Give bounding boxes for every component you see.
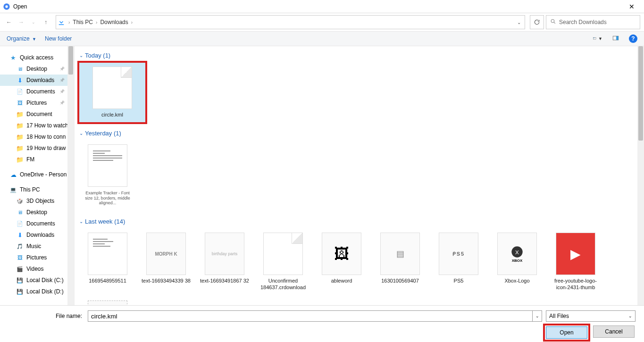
sidebar-scrollbar[interactable] bbox=[67, 46, 74, 305]
window-title: Open bbox=[13, 3, 622, 10]
document-icon bbox=[16, 88, 24, 95]
file-item[interactable]: Example Tracker - Font size 12, borders,… bbox=[79, 141, 136, 210]
sidebar-disk-d[interactable]: Local Disk (D:) bbox=[0, 286, 67, 297]
search-placeholder: Search Downloads bbox=[559, 19, 607, 25]
view-menu[interactable]: ▼ bbox=[593, 34, 602, 43]
file-thumb-icon: ▶ bbox=[556, 233, 595, 275]
filename-input[interactable] bbox=[88, 310, 533, 322]
sidebar-disk-c[interactable]: Local Disk (C:) bbox=[0, 275, 67, 286]
filename-dropdown[interactable]: ⌄ bbox=[533, 310, 542, 322]
recent-dropdown[interactable]: ⌄ bbox=[28, 17, 39, 27]
file-name: 1630100569407 bbox=[374, 278, 427, 284]
file-item[interactable]: 📱 png-transparent-me-phone-icon-phone-ic… bbox=[79, 297, 136, 305]
chevron-right-icon: › bbox=[68, 20, 70, 25]
sidebar: Quick access Desktop Downloads Documents… bbox=[0, 46, 67, 305]
file-item[interactable]: MORPH K text-16693494339 38 bbox=[138, 229, 194, 295]
sidebar-pc-documents[interactable]: Documents bbox=[0, 218, 67, 229]
music-icon bbox=[16, 242, 24, 250]
desktop-icon bbox=[16, 65, 24, 73]
forward-button[interactable]: → bbox=[16, 17, 26, 27]
organize-menu[interactable]: Organize ▼ bbox=[7, 35, 36, 42]
close-button[interactable]: ✕ bbox=[622, 0, 641, 13]
chevron-right-icon: › bbox=[96, 20, 97, 25]
group-yesterday[interactable]: ⌄Yesterday (1) bbox=[79, 128, 633, 139]
folder-icon bbox=[16, 144, 24, 152]
sidebar-pc-desktop[interactable]: Desktop bbox=[0, 207, 67, 218]
sidebar-3dobjects[interactable]: 3D Objects bbox=[0, 195, 67, 207]
svg-line-4 bbox=[554, 22, 555, 24]
file-item[interactable]: circle.kml bbox=[79, 63, 145, 122]
video-icon bbox=[16, 265, 24, 273]
sidebar-pc-music[interactable]: Music bbox=[0, 241, 67, 252]
up-button[interactable]: ↑ bbox=[41, 17, 51, 27]
file-name: text-16693491867 32 bbox=[198, 278, 251, 284]
sidebar-thispc[interactable]: This PC bbox=[0, 184, 67, 195]
svg-rect-2 bbox=[59, 25, 64, 25]
sidebar-downloads[interactable]: Downloads bbox=[0, 75, 67, 86]
file-thumb-icon: ᑭS5 bbox=[439, 233, 478, 275]
svg-rect-8 bbox=[616, 36, 619, 40]
sidebar-onedrive[interactable]: OneDrive - Person bbox=[0, 169, 67, 180]
cancel-button[interactable]: Cancel bbox=[593, 325, 635, 338]
file-name: Xbox-Logo bbox=[491, 278, 544, 284]
group-lastweek[interactable]: ⌄Last week (14) bbox=[79, 216, 633, 227]
file-item[interactable]: birthday parts text-16693491867 32 bbox=[196, 229, 253, 295]
filetype-select[interactable]: All Files⌄ bbox=[546, 310, 636, 322]
file-thumb-icon: 📱 bbox=[88, 300, 127, 305]
sidebar-quickaccess[interactable]: Quick access bbox=[0, 52, 67, 63]
open-button[interactable]: Open bbox=[546, 326, 587, 339]
file-thumb-icon: MORPH K bbox=[146, 233, 186, 275]
preview-pane-button[interactable] bbox=[611, 34, 620, 43]
address-bar[interactable]: › This PC › Downloads › ⌄ bbox=[56, 15, 525, 29]
document-icon bbox=[16, 220, 24, 227]
file-name: ableword bbox=[315, 278, 368, 284]
file-item[interactable]: X XBOX Xbox-Logo bbox=[489, 229, 545, 295]
file-item[interactable]: 1669548959511 bbox=[79, 229, 136, 295]
download-icon bbox=[16, 231, 24, 239]
bottom-panel: File name: ⌄ All Files⌄ Open Cancel bbox=[0, 305, 644, 342]
sidebar-pc-videos[interactable]: Videos bbox=[0, 263, 67, 275]
sidebar-pictures[interactable]: Pictures bbox=[0, 97, 67, 108]
file-item[interactable]: ▶ free-youtube-logo-icon-2431-thumb bbox=[547, 229, 604, 295]
file-item[interactable]: Unconfirmed 184637.crdownload bbox=[255, 229, 311, 295]
content-scrollbar[interactable] bbox=[637, 46, 644, 305]
sidebar-folder-19[interactable]: 19 How to draw bbox=[0, 142, 67, 154]
folder-icon bbox=[16, 133, 24, 141]
newfolder-button[interactable]: New folder bbox=[45, 35, 72, 42]
file-item[interactable]: ▤ 1630100569407 bbox=[372, 229, 428, 295]
desktop-icon bbox=[16, 209, 24, 216]
help-button[interactable]: ? bbox=[629, 34, 637, 43]
file-thumb-icon bbox=[88, 144, 127, 187]
file-item[interactable]: 🖼 ableword bbox=[313, 229, 370, 295]
svg-rect-5 bbox=[594, 37, 596, 39]
toolbar: Organize ▼ New folder ▼ ? bbox=[0, 31, 644, 46]
sidebar-pc-downloads[interactable]: Downloads bbox=[0, 229, 67, 241]
titlebar: Open ✕ bbox=[0, 0, 644, 13]
breadcrumb-root[interactable]: This PC bbox=[73, 19, 93, 25]
search-input[interactable]: Search Downloads bbox=[546, 15, 640, 29]
sidebar-folder-17[interactable]: 17 How to watch bbox=[0, 120, 67, 131]
file-item[interactable]: ᑭS5 PS5 bbox=[430, 229, 487, 295]
sidebar-folder-document[interactable]: Document bbox=[0, 108, 67, 120]
file-thumb-icon: birthday parts bbox=[205, 233, 244, 275]
sidebar-desktop[interactable]: Desktop bbox=[0, 63, 67, 75]
svg-text:X: X bbox=[515, 249, 519, 255]
sidebar-folder-fm[interactable]: FM bbox=[0, 154, 67, 165]
chevron-down-icon: ⌄ bbox=[79, 219, 83, 224]
search-icon bbox=[550, 18, 556, 26]
sidebar-documents[interactable]: Documents bbox=[0, 86, 67, 97]
picture-icon bbox=[16, 99, 24, 107]
sidebar-folder-18[interactable]: 18 How to conn bbox=[0, 131, 67, 142]
breadcrumb-folder[interactable]: Downloads bbox=[100, 19, 128, 25]
file-name: 1669548959511 bbox=[81, 278, 134, 284]
cloud-icon bbox=[9, 171, 17, 178]
chevron-down-icon: ⌄ bbox=[79, 131, 83, 136]
back-button[interactable]: ← bbox=[4, 17, 14, 27]
address-dropdown[interactable]: ⌄ bbox=[514, 20, 524, 25]
open-button-highlight: Open bbox=[545, 325, 588, 340]
sidebar-pc-pictures[interactable]: Pictures bbox=[0, 252, 67, 263]
group-today[interactable]: ⌄Today (1) bbox=[79, 50, 633, 61]
refresh-button[interactable] bbox=[530, 15, 544, 29]
disk-icon bbox=[16, 276, 24, 284]
file-thumb-icon bbox=[92, 67, 132, 109]
